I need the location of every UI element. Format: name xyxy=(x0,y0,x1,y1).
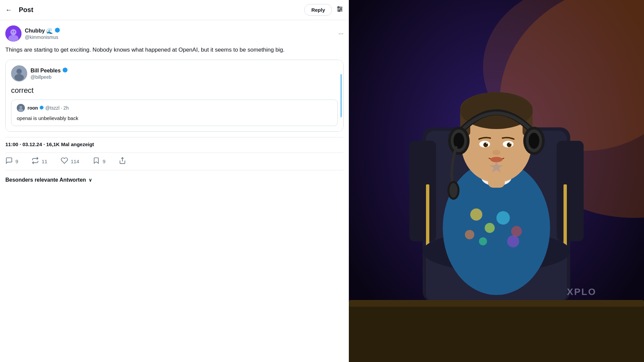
stats-separator: · xyxy=(20,141,22,147)
svg-point-32 xyxy=(485,223,495,233)
op-fire-emoji: 🌊 xyxy=(46,28,53,34)
svg-point-37 xyxy=(479,237,487,245)
svg-point-8 xyxy=(8,35,18,42)
iq-avatar xyxy=(17,104,25,112)
post-time: 11:00 xyxy=(5,141,18,147)
webcam-content: XPLO xyxy=(349,0,644,362)
qt-header: Bill Peebles @billpeeb xyxy=(11,65,338,81)
svg-point-62 xyxy=(449,183,458,198)
twitter-panel: ← Post Reply xyxy=(0,0,349,362)
svg-point-52 xyxy=(509,143,511,144)
main-content: Chubby 🌊 @kimmonismus ··· Things are sta… xyxy=(0,20,349,362)
qt-username: @billpeeb xyxy=(31,74,68,80)
svg-text:XPLO: XPLO xyxy=(567,287,596,297)
views-count: 16,1K xyxy=(46,141,60,147)
op-section: Chubby 🌊 @kimmonismus ··· Things are sta… xyxy=(5,25,343,183)
svg-point-53 xyxy=(492,150,500,155)
header-left: ← Post xyxy=(5,6,33,14)
svg-point-3 xyxy=(338,7,339,8)
retweet-icon xyxy=(32,157,39,166)
svg-rect-63 xyxy=(349,302,644,362)
svg-point-10 xyxy=(14,32,15,33)
qt-user-info: Bill Peebles @billpeeb xyxy=(31,67,68,80)
svg-point-12 xyxy=(16,69,22,74)
op-verified-badge xyxy=(54,27,60,35)
relevant-replies-label: Besonders relevante Antworten xyxy=(5,177,86,183)
svg-rect-28 xyxy=(564,184,567,251)
filter-icon[interactable] xyxy=(336,5,343,14)
svg-point-4 xyxy=(340,8,342,10)
svg-point-17 xyxy=(19,106,22,109)
svg-point-15 xyxy=(20,70,20,71)
svg-point-18 xyxy=(18,109,23,112)
op-display-name: Chubby 🌊 xyxy=(25,27,60,35)
actions-row: 9 11 xyxy=(5,153,343,170)
iq-user: roon @tszzl · 2h xyxy=(28,105,69,111)
svg-point-7 xyxy=(10,29,16,35)
retweet-count: 11 xyxy=(42,159,47,164)
stats-row: 11:00 · 03.12.24 · 16,1K Mal angezeigt xyxy=(5,137,343,147)
iq-tweet-text: openai is unbelievably back xyxy=(17,115,332,122)
svg-point-34 xyxy=(511,226,522,237)
post-date: 03.12.24 xyxy=(22,141,42,147)
svg-point-13 xyxy=(14,74,24,81)
reply-count: 9 xyxy=(15,159,18,164)
share-icon xyxy=(119,157,126,166)
iq-username: @tszzl xyxy=(45,105,59,111)
svg-point-36 xyxy=(507,235,519,247)
post-header: ← Post Reply xyxy=(0,0,349,20)
svg-point-5 xyxy=(338,10,340,12)
qt-verified-badge xyxy=(62,67,68,74)
svg-point-57 xyxy=(453,133,464,149)
svg-point-31 xyxy=(470,208,482,221)
svg-point-60 xyxy=(529,133,539,149)
bookmark-count: 9 xyxy=(103,159,105,164)
chevron-down-icon: ∨ xyxy=(89,177,92,183)
retweet-action[interactable]: 11 xyxy=(32,157,47,166)
qt-display-name: Bill Peebles xyxy=(31,67,68,74)
op-username: @kimmonismus xyxy=(25,35,60,40)
heart-icon xyxy=(61,157,68,166)
back-button[interactable]: ← xyxy=(5,6,12,14)
reply-action[interactable]: 9 xyxy=(5,157,18,166)
iq-display-name: roon xyxy=(28,105,38,111)
stats-separator2: · xyxy=(43,141,46,147)
bookmark-icon xyxy=(93,157,100,166)
scrollbar[interactable] xyxy=(340,74,342,117)
svg-rect-26 xyxy=(557,141,584,241)
views-label: Mal angezeigt xyxy=(61,141,94,147)
svg-point-51 xyxy=(486,143,487,144)
svg-point-14 xyxy=(18,70,18,71)
svg-rect-27 xyxy=(426,184,429,251)
iq-header: roon @tszzl · 2h xyxy=(17,104,332,112)
op-header: Chubby 🌊 @kimmonismus ··· xyxy=(5,25,343,42)
svg-point-35 xyxy=(465,230,474,239)
reply-button[interactable]: Reply xyxy=(304,4,332,16)
more-options-button[interactable]: ··· xyxy=(338,30,343,37)
comment-icon xyxy=(5,157,13,166)
quoted-tweet-card: Bill Peebles @billpeeb correct xyxy=(5,60,343,132)
relevant-replies-section[interactable]: Besonders relevante Antworten ∨ xyxy=(5,177,343,183)
bookmark-action[interactable]: 9 xyxy=(93,157,105,166)
webcam-panel: XPLO xyxy=(349,0,644,362)
page-title: Post xyxy=(19,6,33,14)
iq-verified-badge xyxy=(39,105,44,111)
op-avatar xyxy=(5,25,21,42)
op-tweet-text: Things are starting to get exciting. Nob… xyxy=(5,46,343,54)
op-user-info: Chubby 🌊 @kimmonismus xyxy=(25,27,60,40)
svg-rect-64 xyxy=(349,300,644,307)
like-count: 114 xyxy=(71,159,79,164)
header-right: Reply xyxy=(304,4,343,16)
qt-tweet-text: correct xyxy=(11,85,338,96)
svg-point-9 xyxy=(12,32,13,33)
iq-time: · 2h xyxy=(61,105,68,111)
svg-point-33 xyxy=(496,211,510,225)
like-action[interactable]: 114 xyxy=(61,157,79,166)
share-action[interactable] xyxy=(119,157,126,166)
inner-quote-card: roon @tszzl · 2h openai is unbelievably … xyxy=(11,100,338,126)
op-user: Chubby 🌊 @kimmonismus xyxy=(5,25,60,42)
svg-rect-25 xyxy=(409,141,436,241)
qt-avatar xyxy=(11,65,27,81)
